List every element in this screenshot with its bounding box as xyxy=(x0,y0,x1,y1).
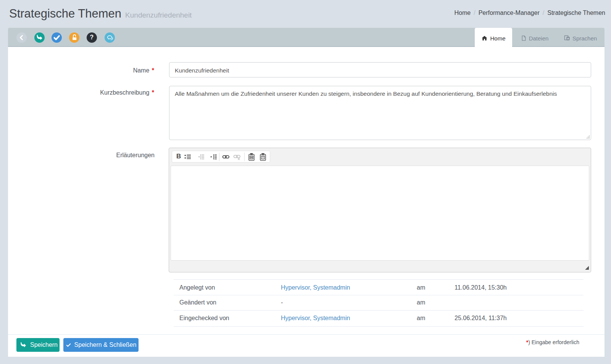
svg-text:W: W xyxy=(250,156,253,159)
svg-text:T: T xyxy=(262,156,264,159)
